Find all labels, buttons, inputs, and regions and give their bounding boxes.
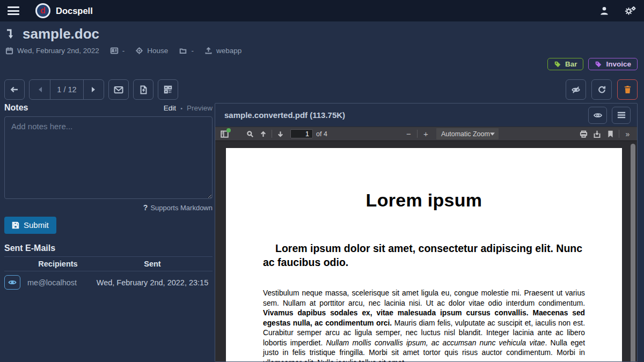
tag-label: Invoice (606, 60, 631, 68)
question-icon: ? (143, 203, 148, 212)
arrow-down-icon (277, 130, 284, 138)
address-card-icon (110, 47, 119, 55)
tag-icon (595, 61, 602, 68)
pdf-more-tools-button[interactable]: » (621, 128, 634, 140)
page-indicator: 1 / 12 (50, 80, 83, 99)
pdf-page-input[interactable] (290, 129, 313, 138)
file-upload-icon (140, 85, 148, 94)
item-header: sample.doc Wed, February 2nd, 2022 - Hou… (5, 26, 241, 55)
chevron-down-icon (490, 132, 495, 136)
bars-icon (617, 112, 626, 119)
item-title: sample.doc (23, 26, 99, 42)
eye-icon (593, 112, 603, 119)
top-navbar: d Docspell (0, 0, 644, 21)
logo-letter: d (40, 6, 46, 15)
add-file-button[interactable] (133, 79, 153, 100)
pdf-zoom-select[interactable]: Automatic Zoom (436, 128, 499, 139)
save-icon (12, 221, 19, 229)
item-folder: - (191, 47, 194, 55)
docspell-app: d Docspell sample.doc Wed, February 2nd,… (0, 0, 644, 362)
delete-button[interactable] (617, 79, 638, 100)
pdf-bookmark-button[interactable] (604, 128, 617, 140)
pdf-page-count: of 4 (316, 130, 327, 138)
brand-name: Docspell (56, 6, 93, 16)
tag-bar[interactable]: Bar (547, 58, 584, 70)
calendar-icon (5, 47, 13, 55)
envelope-icon (114, 86, 123, 94)
attachment-pager: 1 / 12 (29, 79, 104, 100)
item-correspondent: - (122, 47, 125, 55)
preview-toggle-button[interactable] (588, 107, 607, 124)
chevron-right-icon (91, 86, 96, 93)
tag-list: Bar Invoice (547, 58, 638, 70)
item-date: Wed, February 2nd, 2022 (17, 47, 99, 55)
eye-icon (8, 279, 17, 286)
column-recipients: Recipients (24, 260, 92, 268)
user-icon[interactable] (599, 5, 610, 16)
gears-icon[interactable] (624, 5, 636, 16)
email-row: me@localhost Wed, February 2nd, 2022, 23… (4, 271, 213, 293)
column-sent: Sent (92, 260, 213, 268)
upload-icon (204, 47, 213, 55)
attachment-file-label: sample.converted.pdf (113.75K) (224, 110, 345, 120)
level-down-icon (5, 28, 16, 41)
back-button[interactable] (4, 79, 25, 100)
refresh-icon (597, 85, 606, 94)
notes-heading: Notes (4, 103, 28, 113)
pdf-search-button[interactable] (243, 128, 257, 140)
notification-dot (226, 128, 231, 132)
pdf-next-button[interactable] (274, 128, 287, 140)
notes-tab-preview[interactable]: Preview (187, 104, 213, 112)
grid-icon (164, 85, 172, 94)
tag-label: Bar (565, 60, 577, 68)
tag-invoice[interactable]: Invoice (588, 58, 638, 70)
download-icon (593, 130, 601, 138)
email-sent-date: Wed, February 2nd, 2022, 23:15 (92, 278, 213, 287)
eye-slash-icon (570, 85, 581, 94)
notes-textarea[interactable] (4, 116, 213, 199)
crosshairs-icon (135, 47, 143, 55)
submit-notes-button[interactable]: Submit (4, 217, 56, 234)
pdfjs-toolbar: of 4 − + Automatic Zoom » (215, 127, 637, 141)
arrow-up-icon (260, 130, 267, 138)
hide-sidebar-button[interactable] (566, 79, 586, 100)
pdf-scrollbar[interactable] (631, 144, 635, 361)
view-email-button[interactable] (4, 275, 20, 290)
detail-view-button[interactable] (158, 79, 178, 100)
pdf-sidebar-toggle-button[interactable] (218, 128, 231, 140)
search-icon (246, 130, 254, 138)
prev-page-button[interactable] (30, 80, 50, 99)
notes-tab-edit[interactable]: Edit (164, 104, 176, 112)
pdf-page: Lorem ipsum Lorem ipsum dolor sit amet, … (226, 148, 622, 361)
trash-icon (623, 85, 632, 94)
item-toolbar: 1 / 12 (4, 79, 638, 100)
pdf-print-button[interactable] (577, 128, 590, 140)
document-heading: Lorem ipsum dolor sit amet, consectetur … (263, 241, 585, 269)
email-recipients: me@localhost (24, 278, 92, 287)
markdown-hint: ?Supports Markdown (4, 203, 213, 212)
pdf-zoom-out-button[interactable]: − (402, 128, 415, 140)
item-source: webapp (216, 47, 241, 55)
pdf-viewer: Lorem ipsum Lorem ipsum dolor sit amet, … (215, 141, 637, 361)
sent-emails-heading: Sent E-Mails (4, 243, 213, 253)
send-mail-button[interactable] (108, 79, 129, 100)
attachment-panel: sample.converted.pdf (113.75K) (215, 103, 638, 362)
pdf-zoom-in-button[interactable]: + (419, 128, 433, 140)
hamburger-icon[interactable] (8, 6, 19, 15)
next-page-button[interactable] (83, 80, 104, 99)
document-body: Vestibulum neque massa, scelerisque sit … (263, 289, 585, 361)
arrow-left-icon (10, 85, 19, 94)
folder-icon (179, 47, 187, 55)
tab-separator-dot: • (180, 105, 182, 112)
pdf-download-button[interactable] (590, 128, 604, 140)
notes-and-mails-panel: Notes Edit • Preview ?Supports Markdown … (4, 103, 213, 293)
document-title: Lorem ipsum (226, 190, 622, 211)
bookmark-icon (608, 130, 613, 138)
sent-emails-table: Recipients Sent me@localhost Wed, Februa… (4, 256, 213, 293)
attachment-menu-button[interactable] (612, 107, 631, 124)
chevron-left-icon (38, 86, 42, 93)
pdf-previous-button[interactable] (257, 128, 270, 140)
refresh-button[interactable] (591, 79, 612, 100)
printer-icon (580, 130, 588, 138)
docspell-logo[interactable]: d (35, 3, 50, 18)
